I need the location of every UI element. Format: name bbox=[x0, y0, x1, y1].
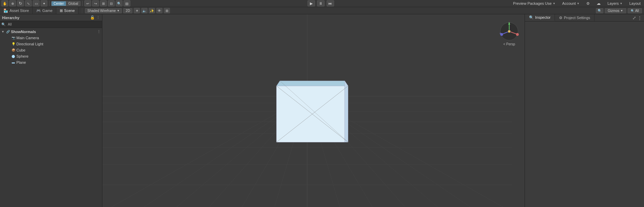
scene-grid-btn[interactable]: ⊞ bbox=[164, 8, 170, 13]
transform-tool-btn[interactable]: ✦ bbox=[41, 0, 47, 6]
extra-tool-2[interactable]: ⊟ bbox=[108, 0, 115, 6]
shading-arrow: ▼ bbox=[117, 9, 119, 12]
cube-icon: 📦 bbox=[11, 48, 16, 53]
hierarchy-item-cube[interactable]: ▶ 📦 Cube bbox=[0, 47, 102, 53]
extra-tool-3[interactable]: ▤ bbox=[124, 0, 130, 6]
play-icon: ▶ bbox=[310, 1, 313, 6]
scene-grid bbox=[102, 14, 525, 207]
preview-packages-btn[interactable]: Preview Packages Use ▼ bbox=[511, 1, 557, 6]
inspector-icon: 🔍 bbox=[529, 15, 534, 20]
global-btn[interactable]: Global bbox=[66, 1, 80, 6]
grid2-icon: ⊞ bbox=[166, 9, 168, 13]
mode-2d-btn[interactable]: 2D bbox=[123, 8, 132, 13]
move-tool-btn[interactable]: ⊕ bbox=[9, 0, 16, 6]
right-panel-header: 🔍 Inspector ⚙ Project Settings ⤢ ⋮ bbox=[525, 14, 644, 21]
hierarchy-search: 🔍 All bbox=[0, 21, 102, 28]
hierarchy-item-plane[interactable]: ▶ ▬ Plane bbox=[0, 59, 102, 65]
scene-gizmo[interactable]: y z < Persp bbox=[497, 21, 521, 48]
hierarchy-search-icon: 🔍 bbox=[1, 23, 5, 26]
gizmo-svg: y z bbox=[499, 21, 519, 42]
hierarchy-panel: Hierarchy 🔓 ⋮ 🔍 All ▼ 🔗 ShowNormals ⋮ ▶ … bbox=[0, 14, 102, 207]
scene-light-btn[interactable]: ☀ bbox=[134, 8, 140, 13]
camera-icon: 📷 bbox=[11, 35, 16, 40]
scene-view[interactable]: y z < Persp bbox=[102, 14, 525, 207]
cloud-icon: ☁ bbox=[597, 1, 601, 6]
all-btn[interactable]: 🔍 All bbox=[628, 8, 642, 13]
asset-store-icon: 🏪 bbox=[3, 9, 8, 13]
undo-btn[interactable]: ↩ bbox=[84, 0, 91, 6]
scene-audio-btn[interactable]: 🔈 bbox=[141, 8, 147, 13]
rotate-tool-btn[interactable]: ↻ bbox=[17, 0, 24, 6]
cloud-btn[interactable]: ☁ bbox=[595, 0, 603, 6]
scene-label: Scene bbox=[64, 9, 75, 13]
shading-label: Shaded Wireframe bbox=[87, 9, 116, 13]
second-toolbar: 🏪 Asset Store 🎮 Game ⊞ Scene Shaded Wire… bbox=[0, 7, 644, 14]
separator-1 bbox=[49, 1, 49, 6]
scale-tool-btn[interactable]: ⤡ bbox=[25, 0, 32, 6]
hierarchy-search-label: All bbox=[6, 23, 13, 26]
settings-icon-btn[interactable]: ⚙ bbox=[584, 1, 592, 6]
right-panel: 🔍 Inspector ⚙ Project Settings ⤢ ⋮ bbox=[525, 14, 644, 207]
tab-game[interactable]: 🎮 Game bbox=[33, 7, 56, 14]
svg-marker-24 bbox=[276, 81, 348, 86]
center-btn[interactable]: Center bbox=[52, 1, 66, 6]
show-normals-label: ShowNormals bbox=[11, 30, 36, 34]
search-tool-btn[interactable]: 🔍 bbox=[116, 0, 123, 6]
preview-packages-label: Preview Packages Use bbox=[513, 1, 552, 5]
scene-fx-btn[interactable]: ✨ bbox=[149, 8, 155, 13]
layout-btn[interactable]: Layout bbox=[627, 1, 643, 6]
rp-maximize-icon[interactable]: ⤢ bbox=[632, 15, 636, 20]
hierarchy-content: ▼ 🔗 ShowNormals ⋮ ▶ 📷 Main Camera ▶ 💡 Di… bbox=[0, 28, 102, 207]
extra-tool-1[interactable]: ⊞ bbox=[100, 0, 107, 6]
layout-label: Layout bbox=[629, 1, 641, 5]
shading-dropdown[interactable]: Shaded Wireframe ▼ bbox=[85, 8, 122, 13]
hierarchy-more-icon[interactable]: ⋮ bbox=[96, 15, 100, 20]
account-btn[interactable]: Account ▼ bbox=[560, 1, 582, 6]
dlight-label: Directional Light bbox=[16, 42, 43, 46]
cube-label: Cube bbox=[16, 48, 25, 52]
right-panel-content bbox=[525, 21, 644, 207]
tab-inspector[interactable]: 🔍 Inspector bbox=[525, 14, 555, 21]
hierarchy-lock-icon[interactable]: 🔓 bbox=[90, 15, 95, 20]
inspector-label: Inspector bbox=[535, 15, 550, 19]
gizmos-label: Gizmos bbox=[608, 9, 619, 13]
tab-asset-store[interactable]: 🏪 Asset Store bbox=[0, 7, 33, 14]
play-btn[interactable]: ▶ bbox=[307, 0, 315, 6]
layers-label: Layers bbox=[607, 1, 619, 5]
toolbar-center: ▶ ⏸ ⏭ bbox=[307, 0, 334, 6]
sphere-icon: ⬤ bbox=[11, 54, 16, 59]
gizmo-persp-label: < Persp bbox=[503, 42, 515, 46]
tab-project-settings[interactable]: ⚙ Project Settings bbox=[555, 14, 595, 21]
hierarchy-item-directional-light[interactable]: ▶ 💡 Directional Light bbox=[0, 41, 102, 47]
show-normals-more[interactable]: ⋮ bbox=[97, 30, 101, 34]
rp-more-icon[interactable]: ⋮ bbox=[638, 15, 642, 20]
scene-search-box: 🔍 bbox=[596, 8, 603, 13]
preview-dropdown-arrow: ▼ bbox=[553, 2, 555, 5]
pause-btn[interactable]: ⏸ bbox=[317, 0, 325, 6]
layers-grid-icon: ▤ bbox=[125, 2, 128, 5]
rect-icon: ▭ bbox=[35, 2, 38, 5]
hand-tool-btn[interactable]: ✋ bbox=[1, 0, 8, 6]
hierarchy-item-sphere[interactable]: ▶ ⬤ Sphere bbox=[0, 53, 102, 59]
scene-sep-1 bbox=[82, 8, 82, 13]
hierarchy-item-main-camera[interactable]: ▶ 📷 Main Camera bbox=[0, 35, 102, 41]
tab-scene[interactable]: ⊞ Scene bbox=[56, 7, 78, 14]
step-btn[interactable]: ⏭ bbox=[327, 0, 334, 6]
scene-icon: ⊞ bbox=[60, 9, 63, 13]
snap-icon: ⊟ bbox=[110, 2, 113, 5]
scene-controls: Shaded Wireframe ▼ 2D ☀ 🔈 ✨ 👁 ⊞ bbox=[78, 7, 172, 14]
game-label: Game bbox=[42, 9, 53, 13]
toolbar-right: Preview Packages Use ▼ Account ▼ ⚙ ☁ Lay… bbox=[511, 0, 643, 6]
rect-tool-btn[interactable]: ▭ bbox=[33, 0, 40, 6]
light-icon: ☀ bbox=[135, 9, 139, 13]
layers-btn[interactable]: Layers ▼ bbox=[605, 1, 625, 6]
hierarchy-item-show-normals[interactable]: ▼ 🔗 ShowNormals ⋮ bbox=[0, 29, 102, 35]
redo-btn[interactable]: ↪ bbox=[92, 0, 99, 6]
scene-hide-btn[interactable]: 👁 bbox=[156, 8, 162, 13]
audio-icon: 🔈 bbox=[142, 9, 146, 13]
asset-store-label: Asset Store bbox=[10, 9, 29, 13]
all-text: All bbox=[635, 9, 639, 13]
gizmos-btn[interactable]: Gizmos ▼ bbox=[605, 8, 626, 13]
pause-icon: ⏸ bbox=[319, 1, 323, 5]
layers-dropdown-arrow: ▼ bbox=[620, 2, 622, 5]
